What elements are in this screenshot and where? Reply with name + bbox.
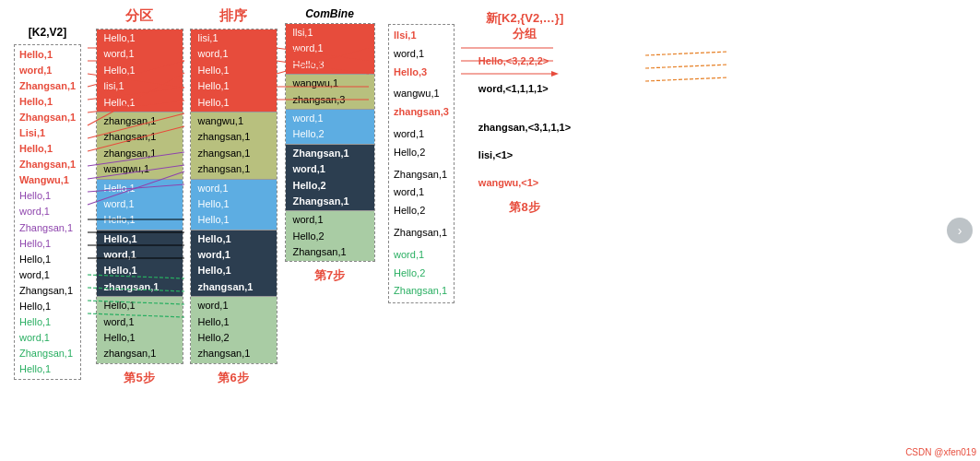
list-item: Zhangsan,1	[394, 282, 449, 301]
sort-lightgreen-block: word,1 Hello,1 Hello,2 zhangsan,1	[191, 296, 277, 363]
combine-section: ComBine llsi,1 word,1 Hello,3 wangwu,1 z…	[281, 7, 378, 454]
list-item: Hello,1	[100, 63, 179, 78]
list-item: llsi,1	[394, 27, 449, 45]
partition-dark-block: Hello,1 word,1 Hello,1 zhangsan,1	[97, 230, 183, 297]
list-item: Hello,1	[195, 95, 273, 111]
sort-blue-block: word,1 Hello,1 Hello,1	[191, 179, 277, 230]
list-item: Hello,1	[195, 212, 273, 228]
list-item: Hello,2	[289, 229, 371, 244]
partition-section: 分区 Hello,1 word,1 Hello,1 lisi,1 Hello,1…	[93, 7, 185, 454]
k2v2-title: [K2,V2]	[29, 26, 66, 39]
list-item: word,1	[19, 330, 76, 346]
partition-lightgreen-block: Hello,1 word,1 Hello,1 zhangsan,1	[97, 296, 183, 363]
list-item: Hello,1	[19, 47, 76, 63]
result-item: lisi,<1>	[478, 149, 571, 160]
list-item: Zhangsan,1	[19, 110, 76, 125]
list-item: Zhangsan,1	[19, 283, 76, 299]
list-item: word,1	[100, 247, 179, 263]
list-item: Hello,1	[100, 330, 179, 346]
result-item: Hello,<3,2,2,2>	[478, 55, 571, 66]
list-item: zhangsan,1	[100, 279, 179, 295]
list-item: zhangsan,1	[195, 161, 273, 177]
partition-olive-block: zhangsan,1 zhangsan,1 zhangsan,1 wangwu,…	[97, 112, 183, 179]
list-item: Hello,1	[19, 314, 76, 330]
list-item: Hello,1	[100, 30, 179, 46]
list-item: word,1	[19, 267, 76, 283]
result-item: zhangsan,<3,1,1,1>	[478, 122, 571, 133]
list-item: Hello,1	[100, 181, 179, 196]
svg-line-32	[645, 77, 728, 81]
list-item: zhangsan,1	[100, 113, 179, 129]
combine-lightgreen-block: word,1 Hello,2 Zhangsan,1	[286, 210, 374, 261]
list-item: Zhangsan,1	[19, 346, 76, 361]
list-item: Hello,1	[100, 298, 179, 313]
result-item: wangwu,<1>	[478, 177, 571, 188]
list-item: Hello,1	[195, 63, 273, 78]
list-item: Hello,1	[19, 188, 76, 204]
list-item: Hello,1	[195, 231, 273, 247]
list-item: word,1	[100, 46, 179, 62]
combine-box: llsi,1 word,1 Hello,3 wangwu,1 zhangsan,…	[285, 23, 375, 262]
list-item: Hello,1	[19, 141, 76, 157]
combine-red-block: llsi,1 word,1 Hello,3	[286, 24, 374, 74]
list-item: word,1	[195, 298, 273, 313]
list-item: Hello,3	[394, 64, 449, 82]
list-item: zhangsan,1	[100, 146, 179, 161]
nav-arrow[interactable]: ›	[947, 218, 973, 243]
list-item: zhangsan,3	[289, 92, 371, 108]
combine-olive-block: wangwu,1 zhangsan,3	[286, 74, 374, 109]
svg-line-30	[645, 52, 728, 55]
combine-title: ComBine	[305, 7, 354, 20]
list-item: Zhangsan,1	[289, 146, 371, 161]
list-item: wangwu,1	[289, 76, 371, 91]
list-item: word,1	[195, 46, 273, 62]
list-item: word,1	[394, 125, 449, 144]
list-item: word,1	[100, 314, 179, 330]
list-item: Hello,1	[19, 236, 76, 252]
sort-title: 排序	[219, 7, 247, 25]
sort-olive-block: wangwu,1 zhangsan,1 zhangsan,1 zhangsan,…	[191, 112, 277, 179]
list-item: Hello,1	[195, 314, 273, 330]
list-item: word,1	[289, 111, 371, 126]
list-item: lisi,1	[195, 30, 273, 46]
list-item: word,1	[100, 196, 179, 212]
list-item: Lisi,1	[19, 125, 76, 141]
list-item: Zhangsan,1	[19, 157, 76, 172]
list-item: Zhangsan,1	[19, 220, 76, 236]
partition-title: 分区	[125, 7, 153, 25]
list-item: zhangsan,1	[195, 279, 273, 295]
list-item: Zhangsan,1	[289, 194, 371, 209]
list-item: zhangsan,3	[394, 103, 449, 122]
list-item: Wangwu,1	[19, 172, 76, 188]
combine-right-box: llsi,1 word,1 Hello,3 wangwu,1 zhangsan,…	[388, 24, 455, 303]
list-item: Hello,3	[289, 57, 371, 73]
list-item: zhangsan,1	[100, 129, 179, 145]
step5-label: 第5步	[124, 370, 154, 386]
list-item: word,1	[394, 45, 449, 64]
list-item: Hello,2	[195, 330, 273, 346]
list-item: word,1	[394, 246, 449, 265]
list-item: Zhangsan,1	[394, 224, 449, 242]
step6-label: 第6步	[218, 370, 248, 386]
sort-dark-block: Hello,1 word,1 Hello,1 zhangsan,1	[191, 230, 277, 297]
list-item: Hello,1	[19, 299, 76, 314]
list-item: word,1	[195, 247, 273, 263]
list-item: Hello,1	[195, 263, 273, 278]
list-item: Hello,1	[100, 263, 179, 278]
list-item: Hello,1	[19, 361, 76, 377]
sort-section: 排序 lisi,1 word,1 Hello,1 Hello,1 Hello,1…	[187, 7, 279, 454]
list-item: word,1	[195, 181, 273, 196]
watermark: CSDN @xfen019	[905, 447, 976, 457]
list-item: word,1	[19, 63, 76, 78]
list-item: Hello,1	[100, 95, 179, 111]
partition-box: Hello,1 word,1 Hello,1 lisi,1 Hello,1 zh…	[96, 29, 183, 364]
list-item: wangwu,1	[394, 85, 449, 103]
list-item: zhangsan,1	[195, 146, 273, 161]
sort-red-block: lisi,1 word,1 Hello,1 Hello,1 Hello,1	[191, 30, 277, 112]
list-item: word,1	[289, 41, 371, 56]
list-item: Zhangsan,1	[289, 244, 371, 260]
step8-label: 第8步	[509, 199, 539, 216]
list-item: llsi,1	[289, 25, 371, 41]
step7-label: 第7步	[314, 267, 345, 284]
list-item: Hello,2	[289, 178, 371, 194]
